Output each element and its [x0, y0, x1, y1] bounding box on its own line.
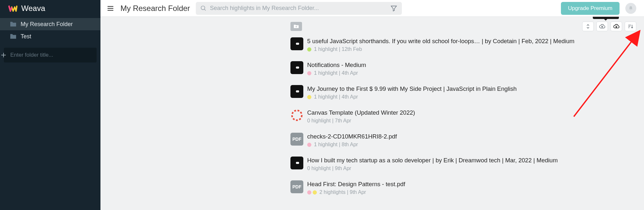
cloud-upload-button[interactable]: [596, 22, 608, 31]
brand: Weava: [0, 0, 100, 17]
sidebar-item-test[interactable]: Test: [0, 30, 100, 43]
svg-point-15: [292, 110, 302, 120]
folder-label: My Research Folder: [21, 21, 73, 28]
item-title: Canvas Template (Updated Winter 2022): [307, 109, 415, 117]
sort-icon: [627, 23, 634, 30]
item-meta: 0 highlight | 9th Apr: [307, 166, 558, 171]
item-meta-text: 1 highlight | 4th Apr: [314, 70, 358, 76]
chevron-up-down-icon: [585, 23, 591, 30]
list-item[interactable]: Canvas Template (Updated Winter 2022)0 h…: [290, 109, 644, 124]
export-tooltip: Export: [593, 17, 619, 19]
item-meta-text: 1 highlight | 4th Apr: [314, 94, 358, 100]
cloud-upload-icon: [599, 23, 605, 30]
item-body: Notifications - Medium1 highlight | 4th …: [307, 61, 366, 76]
hamburger-icon: [107, 5, 114, 12]
folder-icon: [10, 21, 17, 27]
item-meta: 0 highlight | 7th Apr: [307, 118, 415, 124]
highlight-dots: [307, 95, 311, 99]
item-body: How I built my tech startup as a solo de…: [307, 157, 558, 171]
item-meta: 1 highlight | 4th Apr: [307, 94, 517, 100]
bell-icon: [628, 6, 633, 11]
upgrade-button[interactable]: Upgrade Premium: [561, 2, 620, 15]
add-folder-icon: [293, 24, 299, 29]
svg-line-6: [204, 9, 206, 10]
sort-button[interactable]: [625, 22, 636, 31]
folder-icon: [10, 33, 17, 39]
sidebar: Weava My Research Folder Test: [0, 0, 100, 210]
new-folder-input[interactable]: [10, 52, 93, 58]
list-item[interactable]: Notifications - Medium1 highlight | 4th …: [290, 61, 644, 76]
item-body: checks-2-CD10MKR61HRI8-2.pdf1 highlight …: [307, 133, 397, 148]
filter-icon[interactable]: [390, 5, 397, 12]
list-item[interactable]: PDFHead First: Design Patterns - test.pd…: [290, 180, 644, 195]
search-wrap[interactable]: [196, 2, 402, 15]
item-meta-text: 0 highlight | 7th Apr: [307, 118, 351, 124]
export-button[interactable]: [611, 22, 622, 31]
highlight-dots: [307, 71, 311, 75]
item-meta: 1 highlight | 8th Apr: [307, 142, 397, 148]
list-item[interactable]: How I built my tech startup as a solo de…: [290, 157, 644, 171]
item-body: 5 useful JavaScript shorthands. If you w…: [307, 37, 574, 52]
item-meta: 1 highlight | 4th Apr: [307, 70, 366, 76]
page-title: My Research Folder: [120, 4, 190, 13]
item-title: Notifications - Medium: [307, 61, 366, 69]
item-thumbnail: [290, 109, 303, 122]
item-title: Head First: Design Patterns - test.pdf: [307, 180, 405, 188]
cloud-download-icon: [613, 23, 620, 30]
item-meta-text: 0 highlight | 9th Apr: [307, 166, 351, 171]
item-title: checks-2-CD10MKR61HRI8-2.pdf: [307, 133, 397, 140]
highlight-dot: [307, 143, 311, 147]
logo-icon: [8, 4, 17, 13]
item-list: 5 useful JavaScript shorthands. If you w…: [100, 32, 644, 195]
highlight-dot: [307, 71, 311, 75]
item-thumbnail: [290, 157, 303, 169]
new-folder-input-wrap[interactable]: [4, 48, 97, 62]
highlight-dots: [307, 143, 311, 147]
add-item-button[interactable]: [290, 22, 302, 31]
highlight-dots: [307, 190, 317, 195]
search-icon: [200, 5, 207, 12]
item-meta-text: 1 highlight | 8th Apr: [314, 142, 358, 148]
item-meta-text: 1 highlight | 12th Feb: [314, 46, 362, 52]
item-meta: 1 highlight | 12th Feb: [307, 46, 574, 52]
item-body: Canvas Template (Updated Winter 2022)0 h…: [307, 109, 415, 124]
expand-collapse-button[interactable]: [582, 22, 594, 31]
topbar: My Research Folder Upgrade Premium: [100, 0, 644, 17]
content: Export 5 useful JavaScript shorthands: [100, 17, 644, 210]
folder-list: My Research Folder Test: [0, 17, 100, 43]
item-thumbnail: PDF: [290, 133, 303, 146]
svg-point-5: [201, 6, 205, 10]
main: My Research Folder Upgrade Premium Expor…: [100, 0, 644, 210]
item-body: Head First: Design Patterns - test.pdf2 …: [307, 180, 405, 195]
item-title: 5 useful JavaScript shorthands. If you w…: [307, 37, 574, 45]
brand-name: Weava: [21, 4, 45, 13]
item-thumbnail: [290, 61, 303, 74]
plus-icon: [1, 52, 6, 58]
list-item[interactable]: My Journey to the First $ 9.99 with My S…: [290, 85, 644, 100]
highlight-dot: [307, 190, 311, 195]
highlight-dot: [313, 190, 317, 195]
item-title: How I built my tech startup as a solo de…: [307, 157, 558, 164]
item-meta-text: 2 highlights | 9th Apr: [319, 189, 366, 195]
highlight-dot: [307, 95, 311, 99]
folder-label: Test: [21, 33, 31, 40]
toolbar: Export: [100, 21, 644, 32]
search-input[interactable]: [210, 5, 388, 12]
item-thumbnail: [290, 37, 303, 50]
highlight-dot: [307, 47, 311, 52]
item-body: My Journey to the First $ 9.99 with My S…: [307, 85, 517, 100]
item-thumbnail: PDF: [290, 180, 303, 193]
sidebar-item-my-research-folder[interactable]: My Research Folder: [0, 18, 100, 30]
item-thumbnail: [290, 85, 303, 98]
item-meta: 2 highlights | 9th Apr: [307, 189, 405, 195]
menu-button[interactable]: [106, 4, 115, 13]
list-item[interactable]: 5 useful JavaScript shorthands. If you w…: [290, 37, 644, 52]
list-item[interactable]: PDFchecks-2-CD10MKR61HRI8-2.pdf1 highlig…: [290, 133, 644, 148]
item-title: My Journey to the First $ 9.99 with My S…: [307, 85, 517, 93]
highlight-dots: [307, 47, 311, 52]
notifications-avatar[interactable]: [625, 3, 636, 14]
